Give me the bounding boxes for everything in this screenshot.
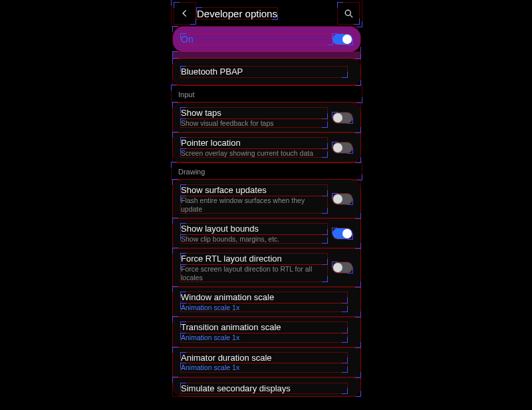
row-bluetooth-pbap[interactable]: Bluetooth PBAP <box>173 59 360 85</box>
row-sub: Animation scale 1x <box>181 363 347 372</box>
row-transition-animation-scale[interactable]: Transition animation scale Animation sca… <box>173 317 360 347</box>
section-input-card: Show taps Show visual feedback for taps … <box>173 102 360 162</box>
row-show-layout-bounds[interactable]: Show layout bounds Show clip bounds, mar… <box>173 218 360 248</box>
phone-frame: Developer options On Bluetooth PBAP Inpu… <box>172 0 362 410</box>
row-title: Show taps <box>181 108 327 118</box>
row-title: Show layout bounds <box>181 224 327 234</box>
row-title: Show surface updates <box>181 185 327 196</box>
svg-point-0 <box>345 10 350 15</box>
row-window-animation-scale[interactable]: Window animation scale Animation scale 1… <box>173 287 360 317</box>
row-title: Force RTL layout direction <box>181 254 327 264</box>
row-sub: Screen overlay showing current touch dat… <box>181 149 327 158</box>
row-pointer-location[interactable]: Pointer location Screen overlay showing … <box>173 132 360 162</box>
svg-line-1 <box>350 15 352 17</box>
row-animator-duration-scale[interactable]: Animator duration scale Animation scale … <box>173 347 360 377</box>
switch-show-layout-bounds[interactable] <box>332 228 352 239</box>
row-sub: Flash entire window surfaces when they u… <box>181 196 327 213</box>
switch-show-surface-updates[interactable] <box>332 194 352 204</box>
section-drawing-card: Show surface updates Flash entire window… <box>173 180 360 395</box>
row-title: Bluetooth PBAP <box>181 67 347 77</box>
row-simulate-secondary-displays[interactable]: Simulate secondary displays <box>173 377 360 396</box>
row-show-taps[interactable]: Show taps Show visual feedback for taps <box>173 102 360 132</box>
row-show-surface-updates[interactable]: Show surface updates Flash entire window… <box>173 180 360 218</box>
section-header-drawing: Drawing <box>172 162 362 180</box>
row-title: Pointer location <box>181 138 327 148</box>
switch-show-taps[interactable] <box>332 112 352 123</box>
row-force-rtl[interactable]: Force RTL layout direction Force screen … <box>173 248 360 287</box>
search-icon[interactable] <box>338 3 359 24</box>
master-toggle-label: On <box>181 34 332 45</box>
master-toggle-underglow <box>173 52 360 59</box>
developer-options-master-toggle[interactable]: On <box>173 27 360 52</box>
switch-pointer-location[interactable] <box>332 142 352 153</box>
row-sub: Force screen layout direction to RTL for… <box>181 265 327 282</box>
switch-force-rtl[interactable] <box>332 262 352 273</box>
row-title: Simulate secondary displays <box>181 383 347 394</box>
row-title: Animator duration scale <box>181 353 347 363</box>
row-title: Window animation scale <box>181 292 347 303</box>
row-sub: Animation scale 1x <box>181 333 347 342</box>
row-title: Transition animation scale <box>181 322 347 333</box>
master-toggle-switch[interactable] <box>332 34 352 45</box>
back-icon[interactable] <box>174 3 196 24</box>
section-header-input: Input <box>172 85 362 102</box>
row-sub: Show visual feedback for taps <box>181 119 327 128</box>
row-sub: Animation scale 1x <box>181 304 347 312</box>
page-title: Developer options <box>197 8 277 19</box>
row-sub: Show clip bounds, margins, etc. <box>181 235 327 244</box>
row-bluetooth-pbap-card: Bluetooth PBAP <box>173 59 360 85</box>
app-bar: Developer options <box>172 0 362 27</box>
